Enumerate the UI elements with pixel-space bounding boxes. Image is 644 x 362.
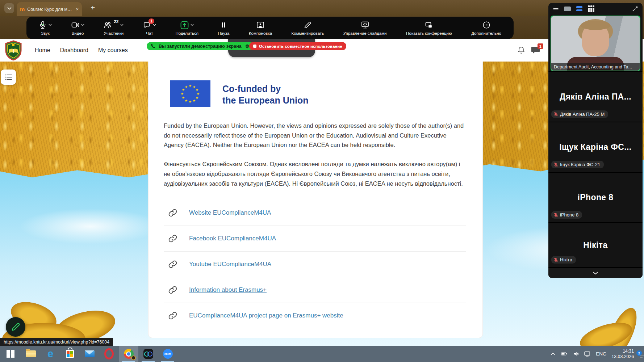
site-nav: Home Dashboard My courses	[35, 39, 128, 62]
participant-tile[interactable]: Нікіта Нікіта	[548, 222, 643, 267]
svg-text:★: ★	[193, 99, 196, 102]
svg-text:★: ★	[196, 88, 198, 92]
link-facebook[interactable]: Facebook EUComplianceM4UA	[189, 235, 276, 242]
link-youtube[interactable]: Youtube EUComplianceM4UA	[189, 261, 271, 268]
svg-text:★: ★	[182, 96, 185, 100]
notification-badge: 2	[636, 350, 642, 356]
chevron-down-icon[interactable]	[191, 24, 194, 26]
link-erasmus-info[interactable]: Information about Erasmus+	[189, 286, 267, 294]
shield-check-icon	[245, 44, 250, 49]
toolbar-item-chat[interactable]: 1 Чат	[143, 17, 156, 39]
speaker-icon[interactable]	[573, 351, 579, 357]
tray-chevron-up-icon[interactable]	[551, 352, 555, 355]
participant-label: Нікіта	[560, 257, 572, 262]
nav-home[interactable]: Home	[35, 47, 50, 54]
phone-icon	[151, 44, 155, 49]
taskbar-zoom[interactable]: zoom	[158, 346, 177, 362]
toolbar-item-audio[interactable]: Звук	[39, 17, 52, 39]
chevron-down-icon[interactable]	[120, 24, 124, 26]
taskbar-opera[interactable]	[99, 346, 119, 362]
slide-control-icon	[361, 21, 369, 29]
gallery-view-icon[interactable]	[588, 5, 594, 12]
participant-label: iPhone 8	[560, 212, 578, 218]
participant-name: Нікіта	[583, 240, 607, 250]
notifications-bell-icon[interactable]	[517, 46, 525, 56]
toolbar-item-annotate[interactable]: Комментировать	[292, 17, 324, 39]
layout-icon	[256, 21, 264, 29]
minimize-icon[interactable]	[553, 8, 559, 9]
new-tab-button[interactable]: +	[91, 4, 95, 11]
course-index-toggle-button[interactable]	[1, 70, 16, 85]
chevron-down-icon[interactable]	[81, 24, 84, 26]
nav-dashboard[interactable]: Dashboard	[60, 47, 88, 54]
mic-muted-icon	[553, 257, 558, 262]
chevron-down-icon[interactable]	[153, 24, 156, 26]
chevron-down-icon[interactable]	[49, 24, 52, 26]
windows-logo-icon	[7, 350, 14, 358]
speaker-name-label: Department Audit, Accounting and Ta...	[551, 63, 640, 71]
browser-tab[interactable]: m Course: Курс для магістрів "Ко ×	[17, 2, 82, 16]
link-icon	[168, 285, 177, 295]
participant-name: iPhone 8	[577, 193, 613, 202]
mic-muted-icon	[553, 212, 558, 217]
active-speaker-video[interactable]: Department Audit, Accounting and Ta...	[551, 16, 640, 71]
annotate-pencil-button[interactable]	[6, 317, 25, 337]
taskbar-edge[interactable]: e	[41, 346, 60, 362]
speaker-view-icon[interactable]	[564, 7, 571, 11]
taskbar-file-explorer[interactable]	[21, 346, 41, 362]
strip-view-icon[interactable]	[576, 6, 582, 11]
toolbar-item-show-meeting[interactable]: Показать конференцию	[406, 17, 452, 39]
stop-sharing-button[interactable]: Остановить совместное использование	[249, 42, 346, 50]
taskbar-webex[interactable]	[138, 346, 158, 362]
link-erasmus-project-page[interactable]: EUComplianceM4UA project page on Erasmus…	[189, 312, 343, 319]
toolbar-label: Дополнительно	[471, 31, 501, 35]
tray-date: 13.03.2026	[611, 354, 634, 359]
participant-tile[interactable]: iPhone 8 iPhone 8	[548, 172, 643, 222]
pencil-icon	[304, 21, 311, 29]
pause-icon	[219, 21, 227, 29]
camera-icon	[71, 21, 79, 29]
nav-my-courses[interactable]: My courses	[98, 47, 128, 54]
battery-icon[interactable]	[560, 351, 568, 357]
toolbar-label: Управление слайдами	[343, 31, 387, 35]
toolbar-item-video[interactable]: Видео	[71, 17, 84, 39]
toolbar-label: Чат	[146, 31, 153, 35]
svg-text:★: ★	[193, 85, 196, 89]
link-website[interactable]: Website EUComplianceM4UA	[189, 209, 271, 216]
participant-label: Дяків Аліна ПА-25 М	[560, 111, 605, 117]
more-participants-button[interactable]	[548, 267, 643, 278]
toolbar-item-slide-control[interactable]: Управление слайдами	[343, 17, 387, 39]
participant-tile[interactable]: Дяків Аліна ПА... Дяків Аліна ПА-25 М	[548, 71, 643, 122]
link-icon	[168, 260, 177, 269]
taskbar-mail[interactable]	[80, 346, 99, 362]
tab-close-button[interactable]: ×	[76, 7, 79, 12]
participant-tile[interactable]: Іщук Каріна ФС... Іщук Каріна ФС-21	[548, 122, 643, 172]
toolbar-item-pause[interactable]: Пауза	[218, 17, 229, 39]
participant-name: Дяків Аліна ПА...	[560, 92, 631, 102]
clock[interactable]: 14:31 13.03.2026	[611, 349, 634, 359]
language-indicator[interactable]: ENG	[596, 351, 606, 357]
taskbar-store[interactable]	[60, 346, 80, 362]
display-icon[interactable]	[584, 351, 591, 357]
svg-text:★: ★	[196, 96, 198, 100]
link-row: EUComplianceM4UA project page on Erasmus…	[164, 303, 466, 328]
toolbar-item-more[interactable]: Дополнительно	[471, 17, 501, 39]
svg-text:★: ★	[185, 85, 188, 89]
stop-sharing-text: Остановить совместное использование	[259, 44, 342, 49]
course-content-card: ★★★★★★★★★★★★ Co-funded by the European U…	[149, 62, 482, 338]
sharing-banner-text: Вы запустили демонстрацию экрана	[159, 44, 242, 49]
university-logo[interactable]	[5, 40, 22, 62]
toolbar-item-participants[interactable]: 22 Участники	[104, 17, 124, 39]
taskbar-chrome[interactable]	[119, 346, 138, 362]
expand-icon[interactable]	[632, 6, 638, 12]
toolbar-item-layout[interactable]: Компоновка	[249, 17, 272, 39]
messages-icon[interactable]: 1	[531, 46, 540, 56]
windows-taskbar: e zoom ENG 14:31 13.03.2026 2	[0, 346, 644, 362]
avatar	[581, 21, 610, 30]
toolbar-item-share[interactable]: Поделиться	[175, 17, 198, 39]
link-row: Youtube EUComplianceM4UA	[164, 251, 466, 277]
start-button[interactable]	[0, 346, 21, 362]
toolbar-label: Поделиться	[175, 31, 198, 35]
link-row: Information about Erasmus+	[164, 277, 466, 303]
tab-search-button[interactable]	[4, 3, 14, 13]
